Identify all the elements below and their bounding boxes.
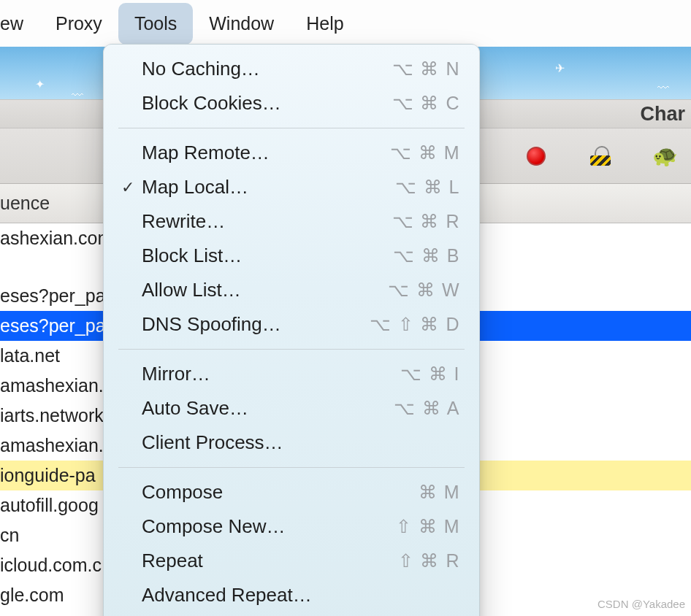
menu-item-shortcut: ⌥ ⌘ L xyxy=(395,177,460,198)
menu-item[interactable]: No Caching…⌥ ⌘ N xyxy=(104,52,479,86)
menu-item-label: Compose xyxy=(142,481,419,504)
window-title: Char xyxy=(640,103,685,126)
menu-item-label: Auto Save… xyxy=(142,397,394,420)
menu-item[interactable]: Auto Save…⌥ ⌘ A xyxy=(104,391,479,426)
menu-item-shortcut: ⌥ ⇧ ⌘ D xyxy=(370,314,460,335)
menu-item-shortcut: ⌥ ⌘ B xyxy=(393,245,460,266)
watermark: CSDN @Yakadee xyxy=(598,598,685,610)
menu-item[interactable]: Block List…⌥ ⌘ B xyxy=(104,239,479,273)
menu-item-label: Repeat xyxy=(142,550,398,572)
menu-item[interactable]: Map Remote…⌥ ⌘ M xyxy=(104,136,479,170)
menu-item-shortcut: ⇧ ⌘ M xyxy=(396,516,460,537)
menu-separator xyxy=(118,128,465,128)
menu-item[interactable]: Validate xyxy=(104,612,479,616)
menu-item-shortcut: ⌥ ⌘ R xyxy=(392,211,460,232)
menu-item[interactable]: Advanced Repeat… xyxy=(104,578,479,612)
menu-item-label: Block List… xyxy=(142,245,393,267)
menu-item-label: Compose New… xyxy=(142,515,396,538)
menu-item-label: Map Remote… xyxy=(142,142,390,164)
menu-item-label: No Caching… xyxy=(142,58,392,80)
menu-item-shortcut: ⇧ ⌘ R xyxy=(398,550,460,571)
menubar-item-tools[interactable]: Tools xyxy=(118,3,193,45)
checkmark-icon: ✓ xyxy=(121,178,142,197)
menu-item-label: Block Cookies… xyxy=(142,92,392,115)
menubar-item-help[interactable]: Help xyxy=(290,3,359,45)
menubar-item-proxy[interactable]: Proxy xyxy=(39,3,118,45)
menu-item[interactable]: DNS Spoofing…⌥ ⇧ ⌘ D xyxy=(104,307,479,342)
menu-item-label: Map Local… xyxy=(142,176,395,199)
record-icon[interactable] xyxy=(524,145,548,168)
menu-item[interactable]: Repeat⇧ ⌘ R xyxy=(104,544,479,578)
menu-item-label: Advanced Repeat… xyxy=(142,584,460,607)
menu-item[interactable]: Client Process… xyxy=(104,426,479,460)
throttle-icon[interactable]: 🐢 xyxy=(653,145,676,168)
menu-separator xyxy=(118,349,465,350)
menu-item[interactable]: Compose New…⇧ ⌘ M xyxy=(104,509,479,544)
tab-sequence[interactable]: uence xyxy=(0,185,56,221)
menu-item-shortcut: ⌥ ⌘ C xyxy=(392,93,460,114)
menu-item[interactable]: Compose⌘ M xyxy=(104,475,479,509)
menu-item-shortcut: ⌥ ⌘ A xyxy=(394,398,460,419)
menu-item-shortcut: ⌘ M xyxy=(419,482,460,503)
menu-item[interactable]: Block Cookies…⌥ ⌘ C xyxy=(104,86,479,120)
menu-item-label: Rewrite… xyxy=(142,210,392,233)
menu-item-shortcut: ⌥ ⌘ N xyxy=(392,58,460,80)
menubar: ew Proxy Tools Window Help xyxy=(0,0,691,47)
menu-separator xyxy=(118,467,465,468)
menu-item-shortcut: ⌥ ⌘ I xyxy=(400,363,460,385)
menu-item[interactable]: Mirror…⌥ ⌘ I xyxy=(104,357,479,391)
menu-item-shortcut: ⌥ ⌘ W xyxy=(388,280,460,301)
menu-item-label: Allow List… xyxy=(142,279,388,301)
menu-item-shortcut: ⌥ ⌘ M xyxy=(390,142,460,163)
menubar-item-window[interactable]: Window xyxy=(193,3,290,45)
menubar-item-view[interactable]: ew xyxy=(0,3,39,45)
ssl-lock-icon[interactable] xyxy=(589,145,612,168)
tools-dropdown: No Caching…⌥ ⌘ NBlock Cookies…⌥ ⌘ CMap R… xyxy=(103,44,480,616)
menu-item-label: Mirror… xyxy=(142,363,400,385)
menu-item-label: DNS Spoofing… xyxy=(142,313,370,336)
menu-item[interactable]: Allow List…⌥ ⌘ W xyxy=(104,273,479,307)
menu-item[interactable]: ✓Map Local…⌥ ⌘ L xyxy=(104,170,479,204)
menu-item[interactable]: Rewrite…⌥ ⌘ R xyxy=(104,204,479,239)
menu-item-label: Client Process… xyxy=(142,431,460,454)
